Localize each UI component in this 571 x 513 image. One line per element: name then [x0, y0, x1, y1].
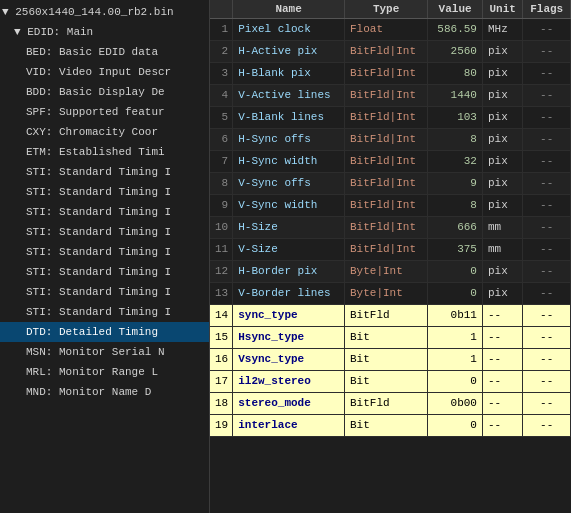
- cell-name: V-Sync offs: [233, 173, 345, 195]
- tree-item-3[interactable]: VID: Video Input Descr: [0, 62, 209, 82]
- table-row[interactable]: 3H-Blank pixBitFld|Int80pix--: [210, 63, 571, 85]
- cell-type: Bit: [345, 327, 428, 349]
- tree-item-0[interactable]: ▼ 2560x1440_144.00_rb2.bin: [0, 2, 209, 22]
- table-row[interactable]: 4V-Active linesBitFld|Int1440pix--: [210, 85, 571, 107]
- table-row[interactable]: 1Pixel clockFloat586.59MHz--: [210, 19, 571, 41]
- cell-num: 17: [210, 371, 233, 393]
- cell-type: Bit: [345, 349, 428, 371]
- cell-type: BitFld|Int: [345, 195, 428, 217]
- cell-type: BitFld|Int: [345, 63, 428, 85]
- cell-name: H-Sync width: [233, 151, 345, 173]
- col-type: Type: [345, 0, 428, 19]
- tree-item-17[interactable]: MSN: Monitor Serial N: [0, 342, 209, 362]
- cell-name: Pixel clock: [233, 19, 345, 41]
- table-row[interactable]: 13V-Border linesByte|Int0pix--: [210, 283, 571, 305]
- cell-flags: --: [523, 41, 571, 63]
- table-row[interactable]: 16Vsync_typeBit1----: [210, 349, 571, 371]
- cell-name: stereo_mode: [233, 393, 345, 415]
- table-row[interactable]: 14sync_typeBitFld0b11----: [210, 305, 571, 327]
- tree-item-18[interactable]: MRL: Monitor Range L: [0, 362, 209, 382]
- cell-num: 14: [210, 305, 233, 327]
- table-row[interactable]: 2H-Active pixBitFld|Int2560pix--: [210, 41, 571, 63]
- cell-type: BitFld|Int: [345, 85, 428, 107]
- cell-name: V-Active lines: [233, 85, 345, 107]
- cell-value: 8: [428, 129, 483, 151]
- tree-item-15[interactable]: STI: Standard Timing I: [0, 302, 209, 322]
- cell-type: Bit: [345, 415, 428, 437]
- cell-flags: --: [523, 129, 571, 151]
- tree-item-1[interactable]: ▼ EDID: Main: [0, 22, 209, 42]
- cell-value: 1440: [428, 85, 483, 107]
- table-row[interactable]: 12H-Border pixByte|Int0pix--: [210, 261, 571, 283]
- cell-value: 0b11: [428, 305, 483, 327]
- tree-item-11[interactable]: STI: Standard Timing I: [0, 222, 209, 242]
- cell-unit: --: [482, 327, 522, 349]
- tree-item-8[interactable]: STI: Standard Timing I: [0, 162, 209, 182]
- table-row[interactable]: 5V-Blank linesBitFld|Int103pix--: [210, 107, 571, 129]
- tree-item-9[interactable]: STI: Standard Timing I: [0, 182, 209, 202]
- cell-type: BitFld: [345, 393, 428, 415]
- table-row[interactable]: 6H-Sync offsBitFld|Int8pix--: [210, 129, 571, 151]
- table-header-row: Name Type Value Unit Flags: [210, 0, 571, 19]
- cell-name: V-Size: [233, 239, 345, 261]
- tree-item-7[interactable]: ETM: Established Timi: [0, 142, 209, 162]
- table-row[interactable]: 18stereo_modeBitFld0b00----: [210, 393, 571, 415]
- cell-value: 1: [428, 327, 483, 349]
- tree-item-5[interactable]: SPF: Supported featur: [0, 102, 209, 122]
- tree-item-12[interactable]: STI: Standard Timing I: [0, 242, 209, 262]
- cell-type: BitFld|Int: [345, 107, 428, 129]
- cell-value: 375: [428, 239, 483, 261]
- tree-item-13[interactable]: STI: Standard Timing I: [0, 262, 209, 282]
- properties-table: Name Type Value Unit Flags 1Pixel clockF…: [210, 0, 571, 437]
- cell-num: 7: [210, 151, 233, 173]
- tree-item-19[interactable]: MND: Monitor Name D: [0, 382, 209, 402]
- cell-unit: pix: [482, 107, 522, 129]
- cell-value: 0b00: [428, 393, 483, 415]
- table-row[interactable]: 11V-SizeBitFld|Int375mm--: [210, 239, 571, 261]
- cell-flags: --: [523, 327, 571, 349]
- cell-unit: pix: [482, 85, 522, 107]
- table-row[interactable]: 7H-Sync widthBitFld|Int32pix--: [210, 151, 571, 173]
- table-row[interactable]: 17il2w_stereoBit0----: [210, 371, 571, 393]
- cell-unit: pix: [482, 41, 522, 63]
- table-row[interactable]: 19interlaceBit0----: [210, 415, 571, 437]
- cell-flags: --: [523, 217, 571, 239]
- cell-name: sync_type: [233, 305, 345, 327]
- tree-item-16[interactable]: DTD: Detailed Timing: [0, 322, 209, 342]
- cell-num: 2: [210, 41, 233, 63]
- cell-value: 586.59: [428, 19, 483, 41]
- cell-name: V-Border lines: [233, 283, 345, 305]
- cell-num: 4: [210, 85, 233, 107]
- tree-item-14[interactable]: STI: Standard Timing I: [0, 282, 209, 302]
- cell-type: Bit: [345, 371, 428, 393]
- cell-unit: pix: [482, 195, 522, 217]
- cell-unit: pix: [482, 129, 522, 151]
- cell-flags: --: [523, 195, 571, 217]
- cell-flags: --: [523, 151, 571, 173]
- col-name: Name: [233, 0, 345, 19]
- cell-name: Hsync_type: [233, 327, 345, 349]
- table-row[interactable]: 9V-Sync widthBitFld|Int8pix--: [210, 195, 571, 217]
- tree-item-2[interactable]: BED: Basic EDID data: [0, 42, 209, 62]
- col-num: [210, 0, 233, 19]
- cell-type: BitFld|Int: [345, 129, 428, 151]
- cell-value: 0: [428, 415, 483, 437]
- tree-item-6[interactable]: CXY: Chromacity Coor: [0, 122, 209, 142]
- cell-flags: --: [523, 349, 571, 371]
- cell-num: 5: [210, 107, 233, 129]
- cell-flags: --: [523, 63, 571, 85]
- table-row[interactable]: 8V-Sync offsBitFld|Int9pix--: [210, 173, 571, 195]
- cell-value: 80: [428, 63, 483, 85]
- col-value: Value: [428, 0, 483, 19]
- cell-flags: --: [523, 283, 571, 305]
- tree-item-10[interactable]: STI: Standard Timing I: [0, 202, 209, 222]
- cell-flags: --: [523, 19, 571, 41]
- tree-panel: ▼ 2560x1440_144.00_rb2.bin▼ EDID: MainBE…: [0, 0, 210, 513]
- cell-num: 10: [210, 217, 233, 239]
- table-row[interactable]: 15Hsync_typeBit1----: [210, 327, 571, 349]
- tree-item-4[interactable]: BDD: Basic Display De: [0, 82, 209, 102]
- cell-flags: --: [523, 305, 571, 327]
- table-row[interactable]: 10H-SizeBitFld|Int666mm--: [210, 217, 571, 239]
- cell-type: BitFld|Int: [345, 41, 428, 63]
- cell-flags: --: [523, 85, 571, 107]
